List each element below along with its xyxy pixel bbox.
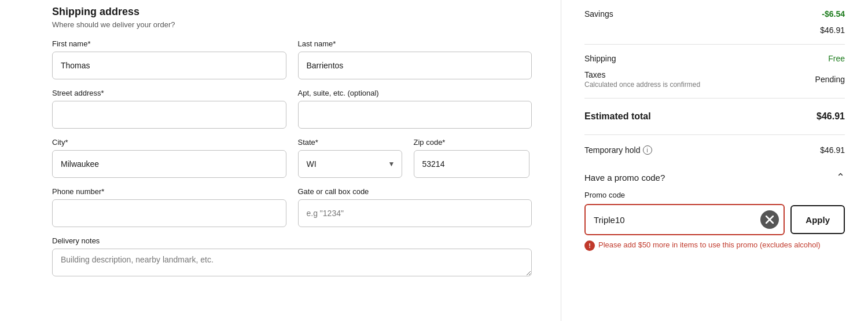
- delivery-notes-input[interactable]: [52, 249, 532, 276]
- first-name-label: First name*: [52, 39, 286, 48]
- zip-group: Zip code*: [414, 138, 529, 178]
- temp-hold-value: $46.91: [820, 145, 845, 155]
- last-name-group: Last name*: [298, 39, 532, 79]
- subtotal-row: $46.91: [584, 22, 845, 38]
- state-select[interactable]: WI AL AK AZ CA CO FL IL MN NY TX: [298, 150, 402, 178]
- temp-hold-row: Temporary hold i $46.91: [584, 141, 845, 159]
- promo-header-label: Have a promo code?: [584, 173, 665, 183]
- chevron-up-icon: ⌃: [836, 171, 845, 184]
- estimated-total-label: Estimated total: [584, 111, 651, 122]
- state-label: State*: [298, 138, 402, 147]
- promo-input-row: Apply: [584, 204, 845, 235]
- street-address-input[interactable]: [52, 101, 286, 129]
- taxes-value: Pending: [815, 75, 845, 84]
- shipping-value: Free: [828, 54, 845, 63]
- close-icon: [766, 216, 774, 224]
- first-name-group: First name*: [52, 39, 286, 79]
- temp-hold-label: Temporary hold i: [584, 145, 652, 155]
- divider-1: [584, 44, 845, 45]
- shipping-form-panel: Shipping address Where should we deliver…: [0, 0, 561, 321]
- zip-label: Zip code*: [414, 138, 529, 147]
- city-label: City*: [52, 138, 286, 147]
- apt-label: Apt, suite, etc. (optional): [298, 89, 532, 97]
- info-icon[interactable]: i: [643, 145, 652, 155]
- estimated-total-value: $46.91: [816, 111, 845, 122]
- shipping-row: Shipping Free: [584, 50, 845, 67]
- promo-code-input[interactable]: [586, 205, 760, 234]
- taxes-label: Taxes: [584, 70, 700, 79]
- delivery-notes-label: Delivery notes: [52, 236, 532, 245]
- apply-button[interactable]: Apply: [790, 205, 845, 234]
- gate-label: Gate or call box code: [298, 187, 532, 196]
- apt-input[interactable]: [298, 101, 532, 129]
- order-summary-panel: Savings -$6.54 $46.91 Shipping Free Taxe…: [561, 0, 868, 321]
- error-text: Please add $50 more in items to use this…: [598, 240, 821, 250]
- phone-label: Phone number*: [52, 187, 286, 196]
- phone-input[interactable]: [52, 199, 286, 227]
- taxes-note: Calculated once address is confirmed: [584, 81, 700, 89]
- taxes-group: Taxes Calculated once address is confirm…: [584, 70, 700, 89]
- taxes-row: Taxes Calculated once address is confirm…: [584, 67, 845, 92]
- delivery-notes-group: Delivery notes: [52, 236, 532, 276]
- promo-header[interactable]: Have a promo code? ⌃: [584, 164, 845, 191]
- first-name-input[interactable]: [52, 52, 286, 79]
- promo-error: ! Please add $50 more in items to use th…: [584, 240, 845, 251]
- city-input[interactable]: [52, 150, 286, 178]
- gate-group: Gate or call box code: [298, 187, 532, 227]
- error-icon: !: [584, 240, 595, 251]
- divider-2: [584, 98, 845, 99]
- street-address-label: Street address*: [52, 89, 286, 97]
- subtotal-value: $46.91: [820, 25, 845, 35]
- name-row: First name* Last name*: [52, 39, 532, 79]
- promo-code-label: Promo code: [584, 191, 845, 199]
- savings-value: -$6.54: [822, 9, 845, 19]
- state-group: State* WI AL AK AZ CA CO FL IL MN NY TX: [298, 138, 402, 178]
- gate-input[interactable]: [298, 199, 532, 227]
- apt-group: Apt, suite, etc. (optional): [298, 89, 532, 129]
- savings-label: Savings: [584, 9, 613, 19]
- city-state-zip-row: City* State* WI AL AK AZ CA CO FL IL MN: [52, 138, 532, 178]
- last-name-input[interactable]: [298, 52, 532, 79]
- street-address-group: Street address*: [52, 89, 286, 129]
- phone-group: Phone number*: [52, 187, 286, 227]
- promo-clear-button[interactable]: [760, 210, 779, 229]
- promo-section: Have a promo code? ⌃ Promo code Apply: [584, 164, 845, 251]
- section-subtitle: Where should we deliver your order?: [52, 20, 532, 29]
- address-row: Street address* Apt, suite, etc. (option…: [52, 89, 532, 129]
- phone-gate-row: Phone number* Gate or call box code: [52, 187, 532, 227]
- city-group: City*: [52, 138, 286, 178]
- section-title: Shipping address: [52, 6, 532, 18]
- savings-row: Savings -$6.54: [584, 6, 845, 22]
- zip-input[interactable]: [414, 150, 529, 178]
- state-select-wrapper: WI AL AK AZ CA CO FL IL MN NY TX ▼: [298, 150, 402, 178]
- estimated-total-row: Estimated total $46.91: [584, 104, 845, 129]
- shipping-label: Shipping: [584, 54, 616, 63]
- divider-3: [584, 134, 845, 135]
- last-name-label: Last name*: [298, 39, 532, 48]
- promo-input-wrapper: [584, 204, 785, 235]
